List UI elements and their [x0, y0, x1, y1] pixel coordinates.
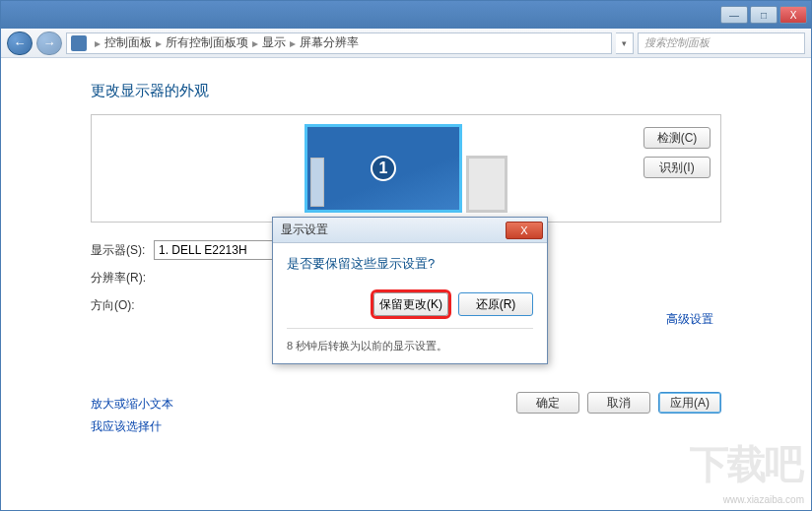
breadcrumb-item[interactable]: 显示: [262, 34, 286, 51]
orientation-label: 方向(O):: [91, 297, 154, 314]
breadcrumb-item[interactable]: 控制面板: [104, 34, 152, 51]
control-panel-window: — □ X ← → ▸ 控制面板 ▸ 所有控制面板项 ▸ 显示 ▸ 屏幕分辨率 …: [0, 0, 812, 511]
detect-button[interactable]: 检测(C): [643, 127, 710, 149]
chevron-right-icon: ▸: [95, 36, 101, 50]
display-preview: 1 检测(C) 识别(I): [91, 114, 721, 223]
minimize-button[interactable]: —: [720, 6, 748, 24]
monitor-secondary[interactable]: [466, 156, 508, 213]
nav-forward-button[interactable]: →: [36, 32, 62, 55]
control-panel-icon: [71, 35, 87, 51]
maximize-button[interactable]: □: [750, 6, 778, 24]
nav-back-button[interactable]: ←: [7, 32, 33, 55]
advanced-settings-link[interactable]: 高级设置: [666, 311, 713, 328]
choose-link[interactable]: 我应该选择什: [91, 418, 721, 435]
breadcrumb-item[interactable]: 所有控制面板项: [166, 34, 248, 51]
dialog-titlebar: 显示设置 X: [273, 218, 547, 243]
cancel-button[interactable]: 取消: [587, 392, 650, 414]
monitor-number: 1: [371, 156, 396, 181]
dialog-question: 是否要保留这些显示设置?: [287, 255, 533, 273]
countdown-text: 8 秒钟后转换为以前的显示设置。: [287, 339, 533, 353]
close-button[interactable]: X: [779, 6, 807, 24]
footer-buttons: 确定 取消 应用(A): [516, 392, 721, 414]
search-input[interactable]: 搜索控制面板: [638, 32, 805, 54]
taskbar-preview: [310, 158, 324, 207]
breadcrumb-dropdown[interactable]: ▾: [616, 32, 634, 54]
dialog-title: 显示设置: [281, 222, 328, 238]
watermark-logo: 下载吧: [690, 437, 802, 491]
apply-button[interactable]: 应用(A): [658, 392, 721, 414]
display-label: 显示器(S):: [91, 242, 154, 259]
breadcrumb[interactable]: ▸ 控制面板 ▸ 所有控制面板项 ▸ 显示 ▸ 屏幕分辨率: [66, 32, 612, 54]
window-titlebar: — □ X: [1, 1, 811, 29]
revert-button[interactable]: 还原(R): [458, 292, 533, 316]
chevron-right-icon: ▸: [252, 36, 258, 50]
keep-changes-button[interactable]: 保留更改(K): [373, 292, 448, 316]
breadcrumb-item: 屏幕分辨率: [300, 34, 359, 51]
chevron-right-icon: ▸: [290, 36, 296, 50]
page-title: 更改显示器的外观: [91, 82, 721, 100]
chevron-right-icon: ▸: [156, 36, 162, 50]
identify-button[interactable]: 识别(I): [643, 157, 710, 178]
watermark-url: www.xiazaiba.com: [723, 494, 804, 505]
navigation-bar: ← → ▸ 控制面板 ▸ 所有控制面板项 ▸ 显示 ▸ 屏幕分辨率 ▾ 搜索控制…: [1, 29, 811, 58]
display-settings-dialog: 显示设置 X 是否要保留这些显示设置? 保留更改(K) 还原(R) 8 秒钟后转…: [272, 217, 548, 364]
monitor-1[interactable]: 1: [304, 124, 462, 213]
resolution-label: 分辨率(R):: [91, 270, 154, 287]
dialog-close-button[interactable]: X: [506, 222, 543, 239]
ok-button[interactable]: 确定: [516, 392, 579, 414]
